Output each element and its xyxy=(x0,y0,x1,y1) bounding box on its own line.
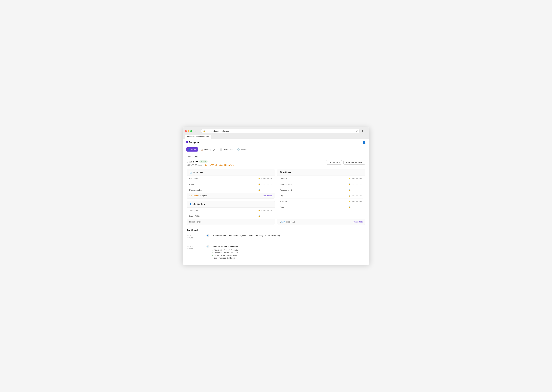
decrypt-data-button[interactable]: Decrypt data xyxy=(326,160,342,165)
audit-date-0: 05/01/22 xyxy=(186,234,204,237)
cards-grid: 📄 Basic data Full name 🔒 •••••••••••••• xyxy=(186,169,366,225)
address-line1-value: 🔒 •••••••••••••• xyxy=(349,183,363,185)
audit-item-1: 05/01/22 08:51am 🔍 Liveness checks succe… xyxy=(186,245,366,262)
address-see-details-link[interactable]: See details xyxy=(353,221,363,223)
audit-sub-text-0: Attested by Apple & Footprint xyxy=(214,249,238,251)
back-button[interactable]: ‹ xyxy=(194,129,196,133)
users-tab-icon: 👤 xyxy=(188,148,190,151)
developers-tab-icon: ⬜ xyxy=(220,148,222,151)
identity-data-icon: 👤 xyxy=(189,203,192,205)
address-bar[interactable]: 🔒 dashboard.onefootprint.com ↺ xyxy=(201,129,359,133)
identity-data-body: SSN (Full) 🔒 •••••••••••••• Date of birt… xyxy=(187,208,275,219)
ssn-row: SSN (Full) 🔒 •••••••••••••• xyxy=(189,208,272,213)
ssn-value: 🔒 •••••••••••••• xyxy=(258,210,272,211)
audit-dot-0: 👤 xyxy=(206,234,209,237)
mark-failed-button[interactable]: Mark user as Failed xyxy=(344,160,366,165)
new-tab-button[interactable]: ＋ xyxy=(365,129,367,133)
address-line1-row: Address line 1 🔒 •••••••••••••• xyxy=(280,182,363,187)
tab-developers[interactable]: ⬜ Developers xyxy=(218,147,235,152)
security-logs-tab-icon: 📋 xyxy=(201,148,203,151)
header-actions: Decrypt data Mark user as Failed xyxy=(326,160,366,165)
tab-settings[interactable]: ⚙️ Settings xyxy=(235,147,250,152)
identity-data-header: 👤 Identity data xyxy=(187,201,275,208)
address-title: Address xyxy=(283,171,291,174)
browser-nav-buttons: ‹ › xyxy=(194,129,200,133)
zipcode-row: Zip code 🔒 •••••••••••••• xyxy=(280,199,363,204)
audit-sub-text-3: San Francisco, California xyxy=(214,257,235,259)
forward-button[interactable]: › xyxy=(197,129,199,133)
ssn-lock-icon: 🔒 xyxy=(258,210,260,211)
breadcrumb-users-link[interactable]: Users xyxy=(186,156,192,158)
settings-tab-icon: ⚙️ xyxy=(237,148,240,151)
address-footer: 2 Low risk signals See details xyxy=(277,219,365,225)
check-icon-1: ✓ xyxy=(212,252,213,254)
phone-label: Phone number xyxy=(189,189,202,191)
ssn-label: SSN (Full) xyxy=(189,209,198,211)
logo-text: Footprint xyxy=(189,141,200,144)
app-content: F Footprint 👤 👤 Users 📋 Security logs ⬜ … xyxy=(183,139,369,265)
phone-lock-icon: 🔒 xyxy=(258,189,260,191)
tab-users[interactable]: 👤 Users xyxy=(186,147,198,152)
user-account-button[interactable]: 👤 xyxy=(362,141,366,144)
email-dots: •••••••••••••• xyxy=(261,183,272,185)
zipcode-lock-icon: 🔒 xyxy=(349,201,351,202)
full-name-lock-icon: 🔒 xyxy=(258,178,260,179)
audit-sub-text-2: 34.36.156.118 (IP address) xyxy=(214,254,237,256)
country-value: 🔒 •••••••••••••• xyxy=(349,178,363,179)
dob-row: Date of birth 🔒 •••••••••••••• xyxy=(189,213,272,219)
phone-row: Phone number 🔒 •••••••••••••• xyxy=(189,187,272,193)
city-lock-icon: 🔒 xyxy=(349,195,351,197)
audit-content-0: Collected Name , Phone number , Date of … xyxy=(212,234,366,242)
audit-sub-1: ✓ iPhone 13 Pro Max, iOS 15.5 xyxy=(212,252,366,254)
audit-action-0: Collected xyxy=(212,235,221,237)
basic-risk-text: 1 Medium risk signal xyxy=(189,195,207,197)
state-value: 🔒 •••••••••••••• xyxy=(349,206,363,208)
audit-sub-items-1: ✓ Attested by Apple & Footprint ✓ iPhone… xyxy=(212,249,366,259)
identity-data-title: Identity data xyxy=(193,203,205,205)
audit-trail-title: Audit trail xyxy=(186,229,366,232)
audit-time-1: 05/01/22 08:51am xyxy=(186,245,204,259)
email-label: Email xyxy=(189,183,194,185)
url-text: dashboard.onefootprint.com xyxy=(206,130,229,132)
email-row: Email 🔒 •••••••••••••• xyxy=(189,182,272,187)
active-tab[interactable]: dashboard.onefootprint.com xyxy=(185,135,211,139)
traffic-light-close[interactable] xyxy=(185,130,187,132)
traffic-light-maximize[interactable] xyxy=(190,130,192,132)
state-row: State 🔒 •••••••••••••• xyxy=(280,204,363,210)
basic-data-footer: 1 Medium risk signal See details xyxy=(187,193,275,198)
address-line2-row: Address line 2 🔒 •••••••••••••• xyxy=(280,187,363,193)
audit-content-1: Liveness checks succeeded ✓ Attested by … xyxy=(212,245,366,259)
zipcode-value: 🔒 •••••••••••••• xyxy=(349,201,363,202)
verified-badge: Verified xyxy=(199,161,208,163)
reload-button[interactable]: ↺ xyxy=(356,130,358,132)
address-icon: 🏛 xyxy=(280,171,282,174)
basic-data-header: 📄 Basic data xyxy=(187,169,275,176)
city-value: 🔒 •••••••••••••• xyxy=(349,195,363,197)
basic-data-see-details-link[interactable]: See details xyxy=(263,195,272,197)
zipcode-label: Zip code xyxy=(280,200,287,203)
audit-list: 05/01/22 08:48am 👤 Collected Name , Pho xyxy=(186,234,366,262)
top-nav: F Footprint 👤 xyxy=(183,139,369,146)
tab-security-logs[interactable]: 📋 Security logs xyxy=(199,147,217,152)
state-label: State xyxy=(280,206,285,208)
ssn-dots: •••••••••••••• xyxy=(261,210,272,211)
address-card: 🏛 Address Country 🔒 •••••••••••••• xyxy=(277,169,366,225)
address-header: 🏛 Address xyxy=(277,169,365,176)
traffic-light-minimize[interactable] xyxy=(188,130,189,132)
audit-sub-2: ✓ 34.36.156.118 (IP address) xyxy=(212,254,366,256)
basic-data-card: 📄 Basic data Full name 🔒 •••••••••••••• xyxy=(186,169,275,199)
share-button[interactable]: ⬆ xyxy=(361,129,363,133)
user-info-title: User info xyxy=(186,160,198,163)
address-line2-value: 🔒 •••••••••••••• xyxy=(349,189,363,191)
dob-dots: •••••••••••••• xyxy=(261,215,272,217)
user-timestamp: 05/01/22, 08:50am xyxy=(186,164,202,166)
audit-item-0: 05/01/22 08:48am 👤 Collected Name , Pho xyxy=(186,234,366,245)
basic-risk-level: Medium xyxy=(191,195,198,197)
user-id: fp_xm7T6MqhfRBkxL0DPOpfwM4 xyxy=(205,164,234,166)
zipcode-dots: •••••••••••••• xyxy=(351,201,363,202)
browser-chrome: ‹ › 🔒 dashboard.onefootprint.com ↺ ⬆ ＋ d… xyxy=(183,127,369,139)
full-name-value: 🔒 •••••••••••••• xyxy=(258,178,272,179)
browser-tabs: dashboard.onefootprint.com xyxy=(185,135,367,139)
basic-data-body: Full name 🔒 •••••••••••••• Email 🔒 xyxy=(187,176,275,193)
main-content: Users / Details User info Verified 05/01… xyxy=(183,153,369,265)
